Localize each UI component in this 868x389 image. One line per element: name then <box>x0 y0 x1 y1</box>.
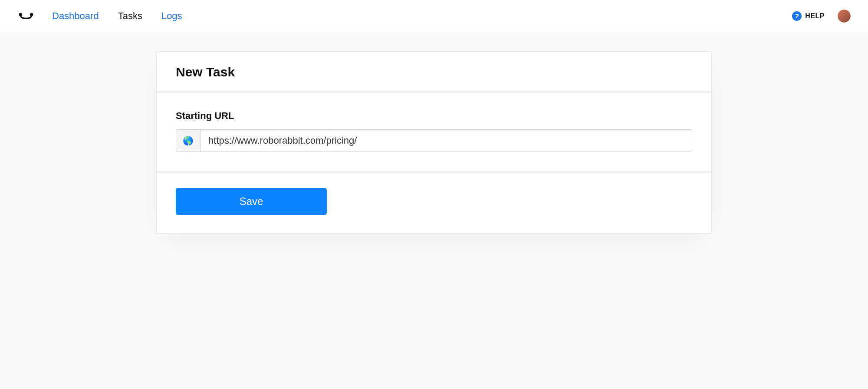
nav-tasks[interactable]: Tasks <box>118 10 142 22</box>
nav-dashboard[interactable]: Dashboard <box>52 10 99 22</box>
content: New Task Starting URL 🌎 Save <box>0 32 868 234</box>
help-label: HELP <box>805 12 825 20</box>
topbar-right: ? HELP <box>792 10 851 23</box>
url-input[interactable] <box>201 130 692 152</box>
new-task-card: New Task Starting URL 🌎 Save <box>156 51 712 234</box>
topbar: Dashboard Tasks Logs ? HELP <box>0 0 868 32</box>
logo[interactable] <box>17 7 35 25</box>
help-button[interactable]: ? HELP <box>792 11 825 21</box>
card-header: New Task <box>157 52 711 93</box>
main-nav: Dashboard Tasks Logs <box>52 10 182 22</box>
save-button[interactable]: Save <box>176 188 327 215</box>
card-body: Starting URL 🌎 <box>157 93 711 171</box>
globe-icon: 🌎 <box>176 130 201 152</box>
help-icon: ? <box>792 11 802 21</box>
url-input-group: 🌎 <box>176 129 692 152</box>
card-footer: Save <box>157 171 711 233</box>
avatar[interactable] <box>838 10 851 23</box>
page-title: New Task <box>176 65 692 79</box>
rabbit-nose-icon <box>18 12 34 20</box>
url-field-label: Starting URL <box>176 110 692 122</box>
nav-logs[interactable]: Logs <box>161 10 182 22</box>
